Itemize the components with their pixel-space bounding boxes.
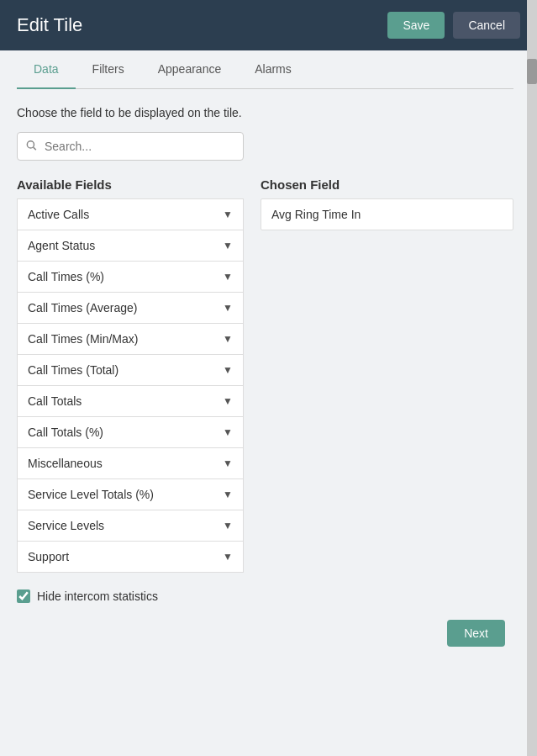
field-item-label: Active Calls (28, 208, 89, 221)
search-container (17, 132, 244, 161)
tab-filters[interactable]: Filters (76, 50, 141, 89)
chevron-down-icon: ▼ (223, 271, 233, 283)
hide-intercom-checkbox[interactable] (17, 589, 30, 603)
tab-alarms[interactable]: Alarms (238, 50, 308, 89)
chevron-down-icon: ▼ (223, 209, 233, 220)
list-item[interactable]: Call Times (Min/Max)▼ (17, 323, 244, 354)
hide-intercom-label: Hide intercom statistics (37, 589, 158, 603)
svg-point-0 (27, 141, 34, 148)
chevron-down-icon: ▼ (223, 426, 233, 438)
instruction-text: Choose the field to be displayed on the … (17, 106, 513, 119)
field-item-label: Call Times (%) (28, 270, 104, 283)
chevron-down-icon: ▼ (223, 395, 233, 407)
list-item[interactable]: Call Times (Total)▼ (17, 354, 244, 385)
list-item[interactable]: Support▼ (17, 541, 244, 573)
list-item[interactable]: Call Times (Average)▼ (17, 292, 244, 323)
list-item[interactable]: Call Totals▼ (17, 385, 244, 416)
search-icon (25, 140, 37, 154)
chevron-down-icon: ▼ (223, 520, 233, 531)
list-item[interactable]: Service Level Totals (%)▼ (17, 478, 244, 510)
available-fields-panel: Available Fields Active Calls▼Agent Stat… (17, 177, 244, 573)
chosen-field-title: Chosen Field (261, 177, 513, 192)
fields-list: Active Calls▼Agent Status▼Call Times (%)… (17, 198, 244, 573)
checkbox-row: Hide intercom statistics (17, 589, 513, 603)
tab-data[interactable]: Data (17, 50, 76, 89)
list-item[interactable]: Active Calls▼ (17, 198, 244, 230)
available-fields-title: Available Fields (17, 177, 244, 192)
cancel-button[interactable]: Cancel (453, 12, 520, 39)
field-item-label: Call Times (Average) (28, 301, 137, 315)
chosen-field-panel: Chosen Field Avg Ring Time In (261, 177, 513, 230)
header: Edit Tile Save Cancel (0, 0, 537, 50)
list-item[interactable]: Call Totals (%)▼ (17, 416, 244, 447)
fields-layout: Available Fields Active Calls▼Agent Stat… (17, 177, 513, 573)
field-item-label: Service Levels (28, 519, 104, 532)
field-item-label: Call Times (Total) (28, 363, 118, 377)
field-item-label: Call Totals (28, 394, 82, 408)
next-button[interactable]: Next (447, 620, 505, 647)
list-item[interactable]: Service Levels▼ (17, 510, 244, 541)
main-content: Data Filters Appearance Alarms Choose th… (0, 50, 537, 756)
field-item-label: Service Level Totals (%) (28, 488, 154, 501)
chevron-down-icon: ▼ (223, 364, 233, 376)
tabs-bar: Data Filters Appearance Alarms (17, 50, 513, 89)
tab-appearance[interactable]: Appearance (141, 50, 239, 89)
list-item[interactable]: Call Times (%)▼ (17, 261, 244, 292)
list-item[interactable]: Agent Status▼ (17, 230, 244, 261)
svg-line-1 (34, 147, 36, 150)
header-buttons: Save Cancel (387, 12, 520, 39)
search-input[interactable] (17, 132, 244, 161)
chevron-down-icon: ▼ (223, 302, 233, 314)
chevron-down-icon: ▼ (223, 333, 233, 345)
chevron-down-icon: ▼ (223, 240, 233, 251)
field-item-label: Miscellaneous (28, 457, 103, 470)
field-item-label: Call Totals (%) (28, 426, 103, 439)
save-button[interactable]: Save (387, 12, 445, 39)
list-item[interactable]: Miscellaneous▼ (17, 447, 244, 478)
field-item-label: Support (28, 550, 69, 563)
chosen-field-value: Avg Ring Time In (261, 198, 513, 230)
scrollbar-track (527, 0, 537, 756)
page-title: Edit Tile (17, 14, 82, 36)
field-item-label: Call Times (Min/Max) (28, 332, 138, 346)
scrollbar-thumb[interactable] (527, 59, 537, 84)
chevron-down-icon: ▼ (223, 551, 233, 563)
chevron-down-icon: ▼ (223, 457, 233, 469)
field-item-label: Agent Status (28, 239, 95, 252)
bottom-area: Next (17, 620, 513, 647)
chevron-down-icon: ▼ (223, 489, 233, 500)
